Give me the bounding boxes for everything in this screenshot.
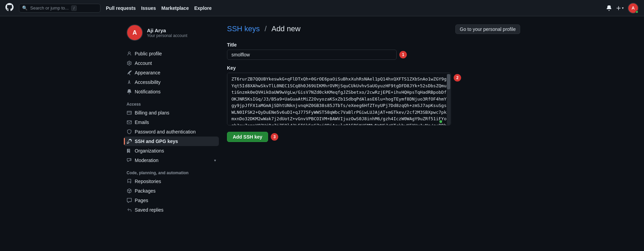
- sidebar-avatar: A: [127, 24, 143, 41]
- add-ssh-button-row: Add SSH key 3: [227, 132, 520, 142]
- breadcrumb: SSH keys / Add new: [227, 24, 301, 33]
- scrollbar-thumb: [447, 74, 450, 89]
- title-input-row: 1: [227, 50, 520, 60]
- main-content: SSH keys / Add new Go to your personal p…: [227, 24, 520, 215]
- key-textarea-wrapper: [227, 73, 451, 126]
- scrollbar[interactable]: [447, 74, 450, 125]
- create-chevron-icon: ▾: [622, 6, 624, 10]
- sidebar-label-public-profile: Public profile: [135, 51, 162, 56]
- sidebar-label-password: Password and authentication: [135, 129, 196, 135]
- sidebar-user-sub: Your personal account: [147, 33, 187, 38]
- creditcard-icon: [127, 110, 132, 115]
- key-textarea[interactable]: [227, 73, 451, 125]
- sidebar-item-packages[interactable]: Packages: [124, 186, 219, 196]
- annotation-2: 2: [454, 74, 461, 82]
- repo-icon: [127, 179, 132, 184]
- sidebar-label-emails: Emails: [135, 120, 149, 125]
- paintbrush-icon: [127, 70, 132, 75]
- org-icon: [127, 148, 132, 153]
- package-icon: [127, 189, 132, 193]
- sidebar-section-access: Access: [124, 96, 219, 108]
- topnav-links: Pull requests Issues Marketplace Explore: [106, 5, 601, 11]
- topnav-right: ▾ A: [606, 3, 639, 14]
- sidebar-item-moderation[interactable]: Moderation ▾: [124, 156, 219, 165]
- search-placeholder: Search or jump to...: [30, 5, 69, 11]
- main-layout: A Aji Arya Your personal account Public …: [118, 16, 526, 223]
- sidebar-item-emails[interactable]: Emails: [124, 118, 219, 127]
- sidebar-item-accessibility[interactable]: Accessibility: [124, 77, 219, 87]
- moderation-icon: [127, 158, 132, 163]
- chevron-down-icon: ▾: [214, 158, 216, 163]
- sidebar-label-saved-replies: Saved replies: [135, 207, 164, 213]
- sidebar-label-ssh-gpg: SSH and GPG keys: [135, 139, 178, 144]
- sidebar-section-code: Code, planning, and automation: [124, 165, 219, 177]
- notifications-button[interactable]: [606, 5, 612, 11]
- sidebar-label-packages: Packages: [135, 188, 155, 194]
- title-input[interactable]: [227, 50, 397, 60]
- key-valid-dot: [439, 120, 442, 123]
- sidebar-label-notifications: Notifications: [135, 89, 160, 94]
- key-field-group: Key 2: [227, 65, 520, 126]
- sidebar-label-billing: Billing and plans: [135, 110, 169, 115]
- sidebar-item-password[interactable]: Password and authentication: [124, 127, 219, 137]
- key-icon: [127, 139, 132, 144]
- nav-marketplace[interactable]: Marketplace: [162, 5, 189, 11]
- sidebar: A Aji Arya Your personal account Public …: [124, 24, 219, 215]
- sidebar-item-notifications[interactable]: Notifications: [124, 87, 219, 96]
- person-icon: [127, 51, 132, 56]
- search-slash: /: [71, 5, 76, 11]
- pages-icon: [127, 198, 132, 203]
- annotation-3: 3: [271, 133, 278, 141]
- sidebar-item-account[interactable]: Account: [124, 58, 219, 68]
- nav-pull-requests[interactable]: Pull requests: [106, 5, 136, 11]
- topnav: 🔍 Search or jump to... / Pull requests I…: [0, 0, 644, 16]
- sidebar-item-appearance[interactable]: Appearance: [124, 68, 219, 77]
- create-button[interactable]: ▾: [616, 5, 624, 11]
- breadcrumb-separator: /: [265, 24, 269, 33]
- nav-explore[interactable]: Explore: [194, 5, 211, 11]
- shield-icon: [127, 129, 132, 134]
- mail-icon: [127, 120, 132, 125]
- content-header: SSH keys / Add new Go to your personal p…: [227, 24, 520, 34]
- title-field-group: Title 1: [227, 42, 520, 60]
- github-logo-icon: [5, 3, 14, 13]
- accessibility-icon: [127, 80, 132, 85]
- avatar-status-dot: [636, 11, 638, 13]
- sidebar-label-appearance: Appearance: [135, 70, 160, 75]
- sidebar-item-organizations[interactable]: Organizations: [124, 146, 219, 156]
- sidebar-label-account: Account: [135, 60, 152, 66]
- sidebar-label-pages: Pages: [135, 198, 148, 203]
- sidebar-username: Aji Arya: [147, 28, 187, 33]
- sidebar-label-moderation: Moderation: [135, 158, 158, 163]
- sidebar-label-accessibility: Accessibility: [135, 79, 160, 85]
- annotation-1: 1: [399, 51, 407, 58]
- sidebar-item-repositories[interactable]: Repositories: [124, 177, 219, 186]
- search-icon: 🔍: [22, 5, 27, 11]
- reply-icon: [127, 208, 132, 212]
- sidebar-user-info: Aji Arya Your personal account: [147, 28, 187, 38]
- sidebar-label-repositories: Repositories: [135, 179, 161, 184]
- sidebar-nav: Public profile Account Appearance Access…: [124, 49, 219, 215]
- sidebar-item-billing[interactable]: Billing and plans: [124, 108, 219, 118]
- bell-icon: [127, 89, 132, 94]
- key-label: Key: [227, 65, 520, 71]
- sidebar-user: A Aji Arya Your personal account: [124, 24, 219, 41]
- add-ssh-key-button[interactable]: Add SSH key: [227, 132, 268, 142]
- user-avatar[interactable]: A: [628, 3, 639, 14]
- breadcrumb-ssh-keys[interactable]: SSH keys: [227, 24, 260, 33]
- nav-issues[interactable]: Issues: [141, 5, 156, 11]
- sidebar-item-saved-replies[interactable]: Saved replies: [124, 205, 219, 215]
- search-bar[interactable]: 🔍 Search or jump to... /: [19, 4, 100, 13]
- breadcrumb-current: Add new: [271, 24, 301, 33]
- sidebar-label-organizations: Organizations: [135, 148, 164, 154]
- sidebar-item-pages[interactable]: Pages: [124, 196, 219, 205]
- sidebar-item-public-profile[interactable]: Public profile: [124, 49, 219, 58]
- title-label: Title: [227, 42, 520, 48]
- sidebar-item-ssh-gpg[interactable]: SSH and GPG keys: [124, 137, 219, 146]
- go-to-profile-button[interactable]: Go to your personal profile: [455, 24, 520, 34]
- gear-icon: [127, 61, 132, 66]
